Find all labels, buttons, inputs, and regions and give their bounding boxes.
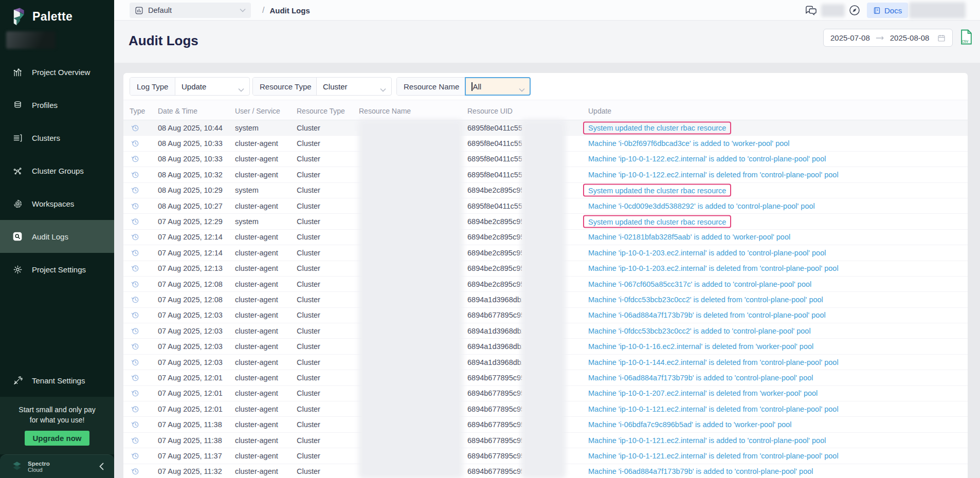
update-link[interactable]: Machine 'i-06ad884a7f173b79b' is added t… — [588, 467, 813, 475]
sidebar-item-audit-logs[interactable]: Audit Logs — [0, 220, 114, 253]
cell-update: Machine 'i-0fdcc53bcb23c0cc2' is deleted… — [588, 296, 823, 304]
cell-resource-type: Cluster — [297, 139, 320, 148]
sidebar-item-clusters[interactable]: Clusters — [0, 121, 114, 154]
cell-resource-uid: 6894be2c895c95 — [467, 280, 522, 288]
update-link[interactable]: Machine 'i-0fdcc53bcb23c0cc2' is deleted… — [588, 296, 823, 304]
cell-resource-type: Cluster — [297, 358, 320, 366]
update-link[interactable]: Machine 'i-0b2f697f6dbcad3ce' is added t… — [588, 139, 790, 148]
project-selector-dropdown[interactable]: Default — [130, 3, 251, 18]
cell-update: Machine 'ip-10-0-1-203.ec2.internal' is … — [588, 264, 839, 272]
cell-user-service: cluster-agent — [235, 280, 278, 288]
cell-resource-uid: 6895f8e0411c5559 — [467, 155, 522, 163]
cell-resource-type: Cluster — [297, 374, 320, 382]
sidebar-item-cluster-groups[interactable]: Cluster Groups — [0, 154, 114, 187]
sidebar-item-workspaces[interactable]: Workspaces — [0, 187, 114, 220]
filter-select[interactable]: All — [465, 78, 530, 95]
update-link[interactable]: Machine 'i-06ad884a7f173b79b' is deleted… — [588, 311, 826, 319]
history-icon — [131, 358, 139, 366]
update-link[interactable]: Machine 'i-067cf605a85cc317c' is added t… — [588, 280, 811, 288]
update-link[interactable]: Machine 'i-02181bfab328f5aab' is added t… — [588, 233, 790, 241]
filter-select[interactable]: Cluster — [317, 78, 391, 95]
update-link[interactable]: System updated the cluster rbac resource — [583, 215, 731, 228]
sidebar-item-tenant-settings[interactable]: Tenant Settings — [0, 364, 114, 397]
cell-resource-uid: 6895f8e0411c5559 — [467, 139, 522, 148]
history-icon — [131, 171, 139, 179]
update-link[interactable]: Machine 'ip-10-0-1-203.ec2.internal' is … — [588, 249, 826, 257]
update-link[interactable]: Machine 'i-06ad884a7f173b79b' is added t… — [588, 374, 813, 382]
history-icon — [131, 202, 139, 210]
filter-resource-name: Resource Name All — [396, 77, 531, 96]
update-link[interactable]: Machine 'ip-10-0-1-144.ec2.internal' is … — [588, 358, 839, 366]
filter-select[interactable]: Update — [175, 78, 249, 95]
col-header-update: Update — [588, 107, 611, 115]
export-csv-button[interactable]: csv — [959, 29, 973, 45]
update-link[interactable]: System updated the cluster rbac resource — [583, 184, 731, 197]
update-link[interactable]: Machine 'ip-10-0-1-122.ec2.internal' is … — [588, 155, 826, 163]
sidebar-collapse-icon[interactable] — [99, 463, 104, 470]
update-link[interactable]: Machine 'ip-10-0-1-207.ec2.internal' is … — [588, 389, 818, 397]
date-from-value[interactable]: 2025-07-08 — [830, 33, 870, 42]
cell-datetime: 07 Aug 2025, 12:01 — [158, 389, 223, 397]
update-link[interactable]: Machine 'ip-10-0-1-16.ec2.internal' is d… — [588, 342, 813, 351]
cell-update: Machine 'ip-10-0-1-122.ec2.internal' is … — [588, 155, 826, 163]
col-header-datetime: Date & Time — [158, 107, 197, 115]
cell-resource-type: Cluster — [297, 420, 320, 429]
cell-update: Machine 'ip-10-0-1-16.ec2.internal' is d… — [588, 342, 813, 351]
cell-user-service: cluster-agent — [235, 374, 278, 382]
filter-value: Cluster — [323, 82, 348, 91]
update-link[interactable]: Machine 'ip-10-0-1-121.ec2.internal' is … — [588, 436, 826, 445]
update-link[interactable]: Machine 'ip-10-0-1-121.ec2.internal' is … — [588, 452, 839, 460]
update-link[interactable]: Machine 'i-0fdcc53bcb23c0cc2' is added t… — [588, 327, 811, 335]
docs-button[interactable]: Docs — [867, 3, 908, 18]
history-icon — [131, 420, 139, 429]
update-link[interactable]: Machine 'ip-10-0-1-121.ec2.internal' is … — [588, 405, 839, 413]
cell-resource-uid: 6894b677895c95 — [467, 374, 522, 382]
cell-resource-uid: 6894b677895c95 — [467, 420, 522, 429]
cell-resource-uid: 6894b677895c95 — [467, 405, 522, 413]
update-link[interactable]: Machine 'ip-10-0-1-203.ec2.internal' is … — [588, 264, 839, 272]
cell-datetime: 08 Aug 2025, 10:33 — [158, 139, 223, 148]
sidebar-item-profiles[interactable]: Profiles — [0, 88, 114, 121]
cell-resource-uid: 6894a1d3968db2 — [467, 358, 522, 366]
cell-resource-type: Cluster — [297, 327, 320, 335]
filter-label: Resource Type — [253, 78, 317, 95]
text-caret — [471, 82, 473, 91]
history-icon — [131, 452, 139, 460]
history-icon — [131, 389, 139, 397]
cell-update: Machine 'i-06ad884a7f173b79b' is added t… — [588, 374, 813, 382]
history-icon — [131, 155, 139, 163]
cell-user-service: cluster-agent — [235, 171, 278, 179]
sidebar-item-project-settings[interactable]: Project Settings — [0, 253, 114, 286]
date-to-value[interactable]: 2025-08-08 — [890, 33, 930, 42]
cell-user-service: cluster-agent — [235, 311, 278, 319]
calendar-icon — [937, 34, 946, 42]
palette-logo-icon — [10, 7, 27, 26]
cell-resource-uid: 6894be2c895c95 — [467, 217, 522, 226]
compass-icon[interactable] — [848, 4, 861, 16]
history-icon — [131, 124, 139, 132]
upgrade-now-button[interactable]: Upgrade now — [25, 431, 89, 446]
cell-resource-type: Cluster — [297, 436, 320, 445]
chevron-down-icon — [238, 85, 244, 94]
sidebar: Palette Project Overview Profiles Cluste… — [0, 0, 114, 478]
cell-datetime: 08 Aug 2025, 10:32 — [158, 171, 223, 179]
cell-update: Machine 'ip-10-0-1-122.ec2.internal' is … — [588, 171, 839, 179]
cell-resource-type: Cluster — [297, 467, 320, 475]
page-header: Audit Logs 2025-07-08 2025-08-08 csv — [114, 21, 980, 63]
sidebar-item-label: Audit Logs — [32, 232, 68, 241]
cell-resource-type: Cluster — [297, 217, 320, 226]
update-link[interactable]: System updated the cluster rbac resource — [583, 121, 731, 134]
history-icon — [131, 405, 139, 413]
sidebar-item-project-overview[interactable]: Project Overview — [0, 56, 114, 88]
history-icon — [131, 233, 139, 241]
sidebar-item-label: Cluster Groups — [32, 167, 84, 175]
filter-label: Resource Name — [397, 78, 465, 95]
feedback-chat-icon[interactable] — [805, 5, 818, 16]
date-range-picker[interactable]: 2025-07-08 2025-08-08 — [823, 29, 953, 47]
update-link[interactable]: Machine 'ip-10-0-1-122.ec2.internal' is … — [588, 171, 839, 179]
update-link[interactable]: Machine 'i-06bdfa7c9c896b5ad' is added t… — [588, 420, 792, 429]
update-link[interactable]: Machine 'i-0cd009e3dd5388292' is added t… — [588, 202, 815, 210]
filter-log-type: Log Type Update — [130, 77, 250, 96]
spectro-cloud-icon — [10, 460, 24, 473]
history-icon — [131, 467, 139, 475]
